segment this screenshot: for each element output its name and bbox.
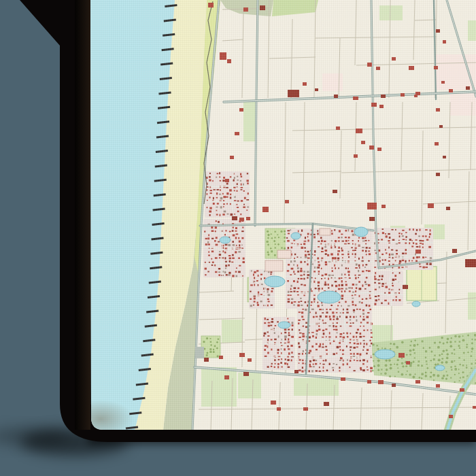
building bbox=[436, 108, 440, 112]
building bbox=[460, 388, 464, 392]
groyne-tick bbox=[154, 180, 167, 181]
building bbox=[239, 218, 244, 221]
groyne-tick bbox=[126, 427, 138, 428]
building bbox=[371, 103, 377, 107]
building bbox=[277, 407, 281, 411]
building bbox=[353, 97, 358, 100]
building bbox=[381, 95, 386, 98]
groyne-tick bbox=[150, 267, 162, 269]
pond bbox=[412, 301, 420, 307]
map-canvas-print-photo bbox=[0, 0, 476, 476]
building bbox=[443, 40, 446, 44]
groyne-tick bbox=[139, 369, 151, 371]
building bbox=[361, 141, 365, 144]
building bbox=[415, 380, 420, 384]
building bbox=[415, 250, 421, 254]
building bbox=[294, 370, 299, 373]
building bbox=[356, 129, 362, 133]
pond bbox=[291, 233, 301, 239]
building bbox=[436, 384, 440, 388]
building bbox=[315, 88, 318, 91]
building bbox=[409, 66, 414, 70]
building bbox=[378, 380, 384, 384]
groyne-tick bbox=[136, 384, 148, 385]
building bbox=[465, 259, 476, 267]
building bbox=[434, 66, 438, 69]
groyne-tick bbox=[162, 49, 174, 50]
building bbox=[232, 216, 237, 220]
building bbox=[235, 132, 239, 135]
building bbox=[219, 356, 223, 359]
building bbox=[403, 285, 408, 289]
building bbox=[224, 375, 229, 379]
building bbox=[414, 95, 418, 97]
pond bbox=[265, 276, 285, 287]
building bbox=[243, 372, 249, 376]
building bbox=[246, 217, 250, 220]
building bbox=[446, 207, 450, 210]
groyne-tick bbox=[152, 224, 165, 225]
groyne-tick bbox=[154, 194, 166, 196]
building bbox=[473, 406, 476, 409]
groyne-tick bbox=[156, 151, 168, 152]
building bbox=[381, 205, 386, 208]
building bbox=[336, 126, 340, 130]
building bbox=[377, 148, 381, 151]
building bbox=[225, 179, 229, 182]
stretcher-bar-edge bbox=[75, 0, 90, 430]
groyne-tick bbox=[159, 92, 171, 94]
groyne-tick bbox=[133, 398, 145, 399]
scene-svg bbox=[0, 0, 476, 476]
building bbox=[401, 93, 405, 97]
building bbox=[243, 7, 248, 12]
building bbox=[439, 125, 443, 128]
building bbox=[303, 82, 307, 86]
groyne-tick bbox=[163, 34, 175, 35]
groyne-tick bbox=[149, 282, 161, 283]
parking-lot bbox=[195, 347, 204, 358]
building bbox=[204, 358, 209, 362]
groyne-tick bbox=[146, 311, 158, 312]
groyne-tick bbox=[143, 340, 155, 341]
building bbox=[288, 90, 299, 97]
groyne-tick bbox=[160, 78, 172, 80]
building bbox=[392, 384, 396, 387]
large-building bbox=[320, 228, 330, 235]
building bbox=[303, 407, 308, 411]
building bbox=[376, 67, 380, 70]
building bbox=[367, 203, 377, 209]
groyne-tick bbox=[152, 238, 164, 239]
building bbox=[227, 59, 231, 63]
building bbox=[441, 81, 445, 84]
building bbox=[436, 173, 440, 176]
building bbox=[452, 249, 457, 253]
large-building bbox=[277, 250, 291, 258]
building bbox=[248, 358, 252, 362]
large-building bbox=[265, 260, 283, 271]
building bbox=[333, 190, 337, 193]
groyne-tick bbox=[153, 209, 165, 210]
groyne-tick bbox=[164, 20, 176, 21]
pond bbox=[278, 322, 290, 328]
pond bbox=[354, 227, 368, 237]
building bbox=[341, 377, 345, 381]
pond bbox=[375, 350, 395, 359]
building bbox=[262, 207, 269, 212]
building bbox=[230, 156, 234, 159]
building bbox=[369, 146, 374, 150]
building bbox=[220, 52, 226, 60]
building bbox=[443, 156, 446, 158]
groyne-tick bbox=[155, 165, 167, 167]
groyne-tick bbox=[148, 296, 160, 298]
building bbox=[398, 353, 405, 358]
building bbox=[466, 86, 470, 90]
building bbox=[334, 95, 338, 98]
building bbox=[379, 105, 384, 108]
building bbox=[285, 200, 289, 203]
groyne-tick bbox=[160, 63, 173, 65]
building bbox=[428, 203, 434, 208]
building bbox=[260, 5, 265, 10]
groyne-tick bbox=[129, 413, 141, 414]
groyne-tick bbox=[165, 5, 177, 7]
groyne-tick bbox=[141, 354, 154, 356]
